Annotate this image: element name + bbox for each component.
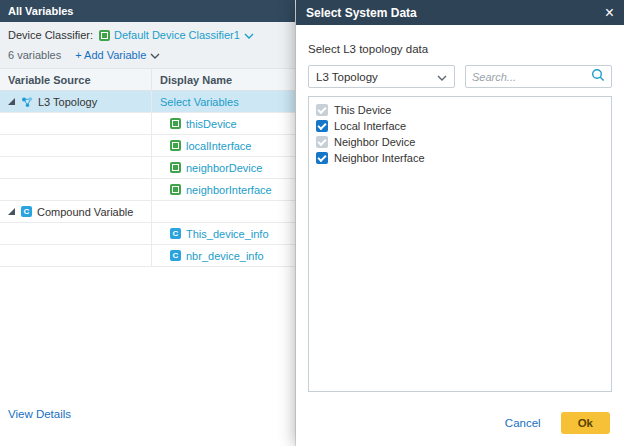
select-variables-link[interactable]: Select Variables [160, 96, 239, 108]
add-variable-button[interactable]: + Add Variable [75, 49, 146, 61]
dropdown-selected-value: L3 Topology [316, 71, 437, 83]
checkbox-checked [316, 136, 328, 148]
checkbox-option[interactable]: Neighbor Device [309, 134, 611, 150]
display-name-label: localInterface [186, 140, 251, 152]
device-classifier-label: Device Classifier: [8, 29, 93, 41]
modal-subtitle: Select L3 topology data [308, 43, 612, 55]
variable-source-cell [0, 113, 152, 134]
display-name-label: This_device_info [186, 228, 269, 240]
table-row[interactable]: Cnbr_device_info [0, 245, 295, 267]
column-header-display-name: Display Name [152, 74, 295, 86]
display-name-cell: localInterface [152, 135, 295, 156]
table-row[interactable]: neighborDevice [0, 157, 295, 179]
checkbox-option[interactable]: Local Interface [309, 118, 611, 134]
display-name-label: neighborDevice [186, 162, 262, 174]
display-name-label: neighborInterface [186, 184, 272, 196]
checkbox-label: This Device [334, 104, 391, 116]
system-data-list: This DeviceLocal InterfaceNeighbor Devic… [308, 96, 612, 392]
view-details-link[interactable]: View Details [8, 408, 71, 420]
modal-body: Select L3 topology data L3 Topology This… [296, 25, 624, 400]
column-header-variable-source: Variable Source [0, 69, 152, 90]
device-classifier-icon [99, 30, 110, 41]
table-row[interactable]: thisDevice [0, 113, 295, 135]
checkbox-label: Neighbor Interface [334, 152, 425, 164]
all-variables-panel: All Variables Device Classifier: Default… [0, 0, 296, 446]
checkbox-label: Local Interface [334, 120, 406, 132]
variables-count: 6 variables [8, 49, 61, 61]
compound-variable-icon: C [170, 228, 181, 239]
checkbox-checked[interactable] [316, 120, 328, 132]
search-input[interactable] [472, 71, 591, 83]
display-name-label: nbr_device_info [186, 250, 264, 262]
table-row[interactable]: neighborInterface [0, 179, 295, 201]
search-icon[interactable] [591, 68, 605, 86]
compound-variable-icon: C [21, 206, 32, 217]
display-name-cell: neighborDevice [152, 157, 295, 178]
table-row[interactable]: CThis_device_info [0, 223, 295, 245]
variable-icon [170, 140, 181, 151]
variables-count-row: 6 variables + Add Variable [8, 49, 287, 61]
modal-title: Select System Data [306, 6, 605, 20]
variable-source-cell: CCompound Variable [0, 201, 152, 222]
chevron-down-icon [437, 71, 447, 83]
device-classifier-dropdown[interactable]: Default Device Classifier1 [114, 29, 240, 41]
display-name-cell: Cnbr_device_info [152, 245, 295, 266]
modal-footer: Cancel Ok [296, 400, 624, 446]
variable-source-label: Compound Variable [37, 206, 133, 218]
variable-source-cell [0, 179, 152, 200]
toolbar: Device Classifier: Default Device Classi… [0, 22, 295, 69]
modal-controls: L3 Topology [308, 65, 612, 88]
variable-source-cell [0, 135, 152, 156]
l3-topology-icon [21, 96, 33, 108]
cancel-button[interactable]: Cancel [505, 417, 541, 429]
expand-collapse-icon[interactable] [8, 208, 15, 215]
display-name-cell [152, 201, 295, 222]
variable-source-cell: L3 Topology [0, 91, 152, 112]
chevron-down-icon[interactable] [150, 49, 160, 61]
variable-source-cell [0, 157, 152, 178]
compound-variable-icon: C [170, 250, 181, 261]
display-name-cell: thisDevice [152, 113, 295, 134]
variable-source-cell [0, 223, 152, 244]
checkbox-checked [316, 104, 328, 116]
table-row[interactable]: localInterface [0, 135, 295, 157]
display-name-cell: neighborInterface [152, 179, 295, 200]
variables-table-body: L3 TopologySelect VariablesthisDeviceloc… [0, 91, 295, 267]
checkbox-label: Neighbor Device [334, 136, 415, 148]
display-name-cell: Select Variables [152, 91, 295, 112]
checkbox-option[interactable]: This Device [309, 102, 611, 118]
variable-icon [170, 118, 181, 129]
select-system-data-modal: Select System Data × Select L3 topology … [296, 0, 624, 446]
modal-header: Select System Data × [296, 0, 624, 25]
table-row[interactable]: CCompound Variable [0, 201, 295, 223]
variable-source-cell [0, 245, 152, 266]
expand-collapse-icon[interactable] [8, 98, 15, 105]
panel-title: All Variables [0, 0, 295, 22]
ok-button[interactable]: Ok [561, 412, 610, 434]
table-header: Variable Source Display Name [0, 69, 295, 91]
table-row[interactable]: L3 TopologySelect Variables [0, 91, 295, 113]
variable-source-label: L3 Topology [38, 96, 97, 108]
chevron-down-icon[interactable] [244, 29, 254, 41]
display-name-label: thisDevice [186, 118, 237, 130]
device-classifier-row: Device Classifier: Default Device Classi… [8, 29, 287, 41]
close-icon[interactable]: × [605, 5, 614, 21]
screen: All Variables Device Classifier: Default… [0, 0, 624, 446]
search-box [465, 65, 612, 88]
display-name-cell: CThis_device_info [152, 223, 295, 244]
l3-topology-dropdown[interactable]: L3 Topology [308, 65, 455, 88]
checkbox-option[interactable]: Neighbor Interface [309, 150, 611, 166]
variable-icon [170, 162, 181, 173]
variable-icon [170, 184, 181, 195]
checkbox-checked[interactable] [316, 152, 328, 164]
